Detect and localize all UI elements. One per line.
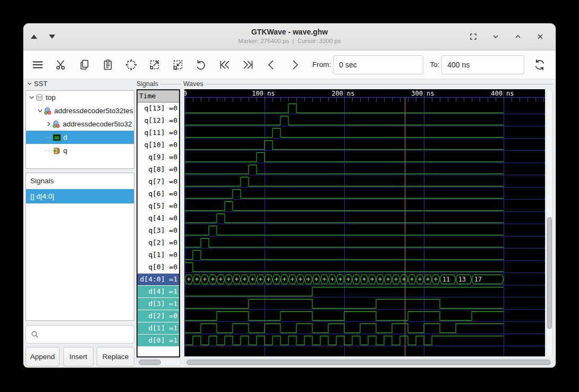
chevron-down-icon: [491, 32, 500, 41]
signal-name-row[interactable]: q[0] =0: [138, 261, 179, 274]
signal-name-row[interactable]: q[11] =0: [138, 127, 179, 139]
signal-name-rows: q[13] =0q[12] =0q[11] =0q[10] =0q[9] =0q…: [138, 103, 179, 347]
tree-item-q[interactable]: q: [26, 144, 134, 157]
scope-top-icon: [35, 93, 44, 102]
maximize-button[interactable]: [511, 30, 525, 44]
scroll-up-button[interactable]: [31, 35, 37, 39]
tree-item-label: addressdecoder5to32: [63, 120, 132, 128]
append-button[interactable]: Append: [25, 347, 59, 367]
signal-name-row[interactable]: q[8] =0: [138, 164, 179, 176]
bus-value-label: +: [283, 276, 286, 283]
tree-item-top[interactable]: top: [26, 91, 134, 104]
tree-item-addressdecoder5to32[interactable]: addressdecoder5to32: [26, 117, 134, 131]
undo-button[interactable]: [192, 56, 210, 74]
search-input[interactable]: [42, 325, 138, 344]
fast-forward-button[interactable]: [239, 56, 257, 74]
signals-list-items: [] d[4:0]: [26, 189, 134, 203]
chevron-down-icon[interactable]: [37, 107, 44, 114]
step-forward-icon: [288, 58, 301, 71]
tree-item-label: addressdecoder5to32tes: [54, 107, 133, 115]
zoom-in-icon: [148, 58, 161, 71]
to-label: To:: [430, 61, 439, 69]
zoom-fit-button[interactable]: [122, 56, 140, 74]
signal-name-row[interactable]: d[4] =1: [138, 286, 179, 298]
titlebar: GTKWave - wave.ghw Marker: 276400 ps | C…: [23, 23, 556, 50]
bus-value-label: +: [330, 276, 334, 283]
signal-name-row[interactable]: q[4] =0: [138, 212, 179, 225]
scroll-down-button[interactable]: [49, 35, 55, 39]
signal-name-row[interactable]: q[13] =0: [138, 103, 179, 115]
fullscreen-button[interactable]: [466, 30, 480, 44]
step-back-button[interactable]: [262, 56, 280, 74]
signal-name-row[interactable]: q[6] =0: [138, 188, 179, 200]
replace-button[interactable]: Replace: [97, 347, 134, 367]
bus-value-label: +: [203, 276, 207, 283]
bus-value-label: +: [195, 276, 199, 283]
module-icon: [52, 120, 61, 129]
svg-text:ns: ns: [267, 90, 275, 97]
wave-canvas[interactable]: 0100ns200ns300ns400ns+++++++++++++++++++…: [184, 89, 545, 356]
tree-item-label: d: [63, 133, 67, 141]
signal-name-row[interactable]: q[9] =0: [138, 151, 179, 164]
insert-button[interactable]: Insert: [63, 347, 93, 367]
paste-button[interactable]: [99, 56, 117, 74]
names-hscrollbar[interactable]: [137, 359, 181, 366]
timeline-tick-label: 400: [491, 90, 503, 97]
search-box: [25, 325, 134, 344]
waves-hscrollbar[interactable]: [184, 359, 553, 366]
fullscreen-icon: [469, 32, 478, 41]
signal-name-row[interactable]: d[0] =1: [138, 335, 179, 347]
action-buttons: Append Insert Replace: [25, 347, 134, 367]
signal-name-row[interactable]: d[2] =0: [138, 310, 179, 322]
bus-value-label: +: [275, 276, 278, 283]
waves-vscrollbar[interactable]: [546, 89, 553, 356]
zoom-out-icon: [172, 58, 184, 71]
signal-name-row[interactable]: q[5] =0: [138, 200, 179, 212]
wave-row[interactable]: [185, 324, 504, 333]
zoom-out-button[interactable]: [169, 56, 187, 74]
bus-value-label: +: [322, 276, 326, 283]
zoom-fit-icon: [125, 58, 138, 71]
signal-name-row[interactable]: d[4:0] =1: [138, 274, 179, 286]
signal-names-panel: Time q[13] =0q[12] =0q[11] =0q[10] =0q[9…: [137, 89, 180, 357]
signal-name-row[interactable]: q[12] =0: [138, 115, 179, 127]
tree-item-d[interactable]: d: [26, 131, 134, 144]
fast-backward-button[interactable]: [216, 56, 234, 74]
menu-button[interactable]: [29, 56, 47, 74]
waves-hscrollbar-thumb[interactable]: [186, 360, 551, 365]
copy-button[interactable]: [75, 56, 93, 74]
to-input[interactable]: [441, 55, 524, 74]
waves-frame-label: Waves: [183, 80, 203, 88]
from-input[interactable]: [333, 55, 423, 74]
bus-value-label: +: [291, 276, 294, 283]
bus-value-label: 17: [474, 276, 482, 283]
chevron-up-icon: [514, 32, 522, 41]
cut-button[interactable]: [52, 56, 70, 74]
signal-name-row[interactable]: q[7] =0: [138, 176, 179, 188]
bus-value-label: +: [346, 276, 350, 283]
signal-name-row[interactable]: q[10] =0: [138, 139, 179, 151]
signals-list-item[interactable]: [] d[4:0]: [26, 189, 134, 203]
names-hscrollbar-thumb[interactable]: [139, 360, 161, 365]
bus-value-label: +: [434, 276, 438, 283]
tree-item-addressdecoder5to32tes[interactable]: addressdecoder5to32tes: [26, 104, 134, 117]
bus-value-label: +: [243, 276, 246, 283]
step-forward-button[interactable]: [286, 56, 304, 74]
bus-value-label: +: [394, 276, 398, 283]
svg-text:ns: ns: [347, 90, 354, 97]
sst-expander[interactable]: SST: [27, 80, 47, 88]
signal-name-row[interactable]: q[1] =0: [138, 249, 179, 261]
bus-value-label: +: [211, 276, 215, 283]
chevron-right-icon[interactable]: [45, 121, 52, 127]
waves-vscrollbar-thumb[interactable]: [547, 217, 552, 329]
chevron-down-icon[interactable]: [28, 94, 35, 101]
reload-button[interactable]: [531, 56, 549, 74]
signal-name-row[interactable]: q[3] =0: [138, 225, 179, 237]
bus-value-label: +: [314, 276, 318, 283]
signal-name-row[interactable]: q[2] =0: [138, 237, 179, 249]
close-button[interactable]: [533, 30, 547, 44]
signal-name-row[interactable]: d[3] =1: [138, 298, 179, 310]
signal-name-row[interactable]: d[1] =1: [138, 322, 179, 335]
zoom-in-button[interactable]: [146, 56, 164, 74]
unmaximize-button[interactable]: [489, 30, 503, 44]
